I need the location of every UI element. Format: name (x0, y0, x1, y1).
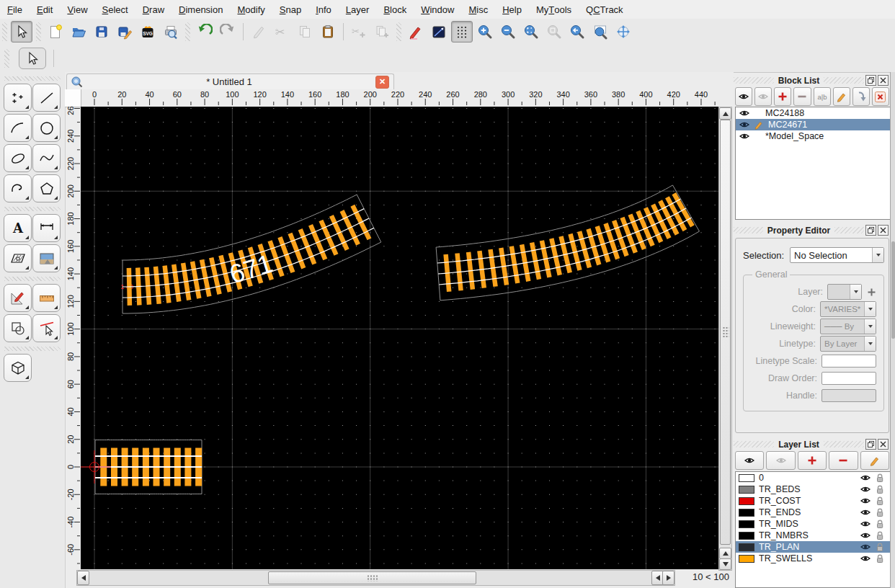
block-row-model-space[interactable]: *Model_Space (736, 130, 890, 142)
menu-modify[interactable]: Modify (230, 0, 272, 19)
document-tab[interactable]: * Untitled 1 ✕ (66, 74, 394, 89)
menu-block[interactable]: Block (376, 0, 414, 19)
menu-qctrack[interactable]: QCTrack (579, 0, 631, 19)
delete-block-button[interactable] (872, 87, 889, 106)
save-button[interactable] (91, 21, 112, 43)
eye-icon[interactable] (860, 543, 870, 551)
lock-icon[interactable] (875, 530, 886, 540)
zoom-out-button[interactable] (497, 21, 519, 43)
selection-dropdown[interactable]: No Selection (790, 247, 884, 263)
toolbar-drag-handle[interactable] (2, 22, 7, 41)
color-dropdown[interactable]: *VARIES* (820, 301, 876, 317)
eye-icon[interactable] (860, 497, 870, 504)
toolbar-drag-handle[interactable] (4, 49, 9, 68)
rename-block-button[interactable]: a|b (814, 87, 831, 106)
ellipse-tools-button[interactable] (4, 144, 32, 172)
layer-color-swatch[interactable] (739, 497, 754, 505)
dock-scroll-strip[interactable] (890, 72, 895, 588)
edit-block-button[interactable] (833, 87, 850, 106)
layer-row-tr-mids[interactable]: TR_MIDS (736, 518, 890, 530)
handle-input[interactable] (821, 389, 876, 402)
drawing-canvas[interactable]: 1 40671 (81, 107, 718, 569)
arc-tools-button[interactable] (4, 114, 32, 142)
open-file-button[interactable] (68, 21, 89, 43)
lock-icon[interactable] (875, 542, 886, 552)
zoom-previous-button[interactable] (566, 21, 588, 43)
ruler-tool-button[interactable] (32, 284, 61, 312)
show-all-blocks-button[interactable] (735, 87, 752, 106)
menu-help[interactable]: Help (495, 0, 529, 19)
horizontal-scroll-thumb[interactable] (268, 571, 476, 584)
vertical-scrollbar[interactable] (718, 107, 732, 571)
menu-select[interactable]: Select (95, 0, 135, 19)
scroll-left-button[interactable] (77, 571, 89, 585)
eye-icon[interactable] (860, 555, 870, 562)
line-tools-button[interactable] (32, 84, 61, 112)
draw-red-pencil-button[interactable] (405, 21, 427, 43)
order-tools-button[interactable] (4, 314, 32, 342)
spline-tools-button[interactable] (32, 144, 61, 172)
eye-icon[interactable] (739, 110, 749, 117)
scroll-up-button[interactable] (719, 107, 731, 120)
lineweight-dropdown[interactable]: ─── By (820, 318, 876, 334)
zoom-current-button[interactable] (543, 21, 565, 43)
lock-icon[interactable] (875, 473, 886, 483)
eye-icon[interactable] (739, 121, 749, 128)
hatch-tool-button[interactable] (4, 244, 32, 272)
delete-tools-button[interactable] (32, 314, 61, 342)
palette-drag-handle[interactable] (4, 207, 61, 211)
menu-info[interactable]: Info (308, 0, 339, 19)
eye-icon[interactable] (739, 133, 749, 140)
insert-block-button[interactable] (852, 87, 870, 106)
layer-list-close-button[interactable] (878, 439, 889, 450)
text-tool-button[interactable]: A (4, 214, 32, 242)
layer-row-tr-cost[interactable]: TR_COST (736, 495, 890, 507)
add-block-button[interactable] (774, 87, 791, 106)
paste-button[interactable] (317, 21, 339, 43)
zoom-pan-button[interactable] (613, 21, 634, 43)
eye-icon[interactable] (860, 509, 870, 516)
scroll-down-button[interactable] (719, 558, 731, 570)
remove-block-button[interactable] (793, 87, 811, 106)
layer-color-swatch[interactable] (739, 555, 754, 563)
scroll-up-button-2[interactable] (719, 548, 731, 559)
toolbar-drag-handle[interactable] (36, 22, 41, 41)
point-tools-button[interactable] (4, 84, 32, 112)
solid-tools-button[interactable] (4, 354, 32, 382)
layer-row-tr-nmbrs[interactable]: TR_NMBRS (736, 530, 890, 541)
zoom-window-button[interactable] (589, 21, 611, 43)
eye-icon[interactable] (860, 486, 870, 493)
menu-file[interactable]: File (0, 0, 30, 19)
lock-icon[interactable] (875, 507, 886, 517)
layer-row-tr-beds[interactable]: TR_BEDS (736, 484, 890, 495)
block-list-close-button[interactable] (878, 75, 889, 86)
grid-toggle-button[interactable] (451, 21, 473, 43)
selection-tool-button[interactable] (11, 21, 32, 43)
polyline-tools-button[interactable] (4, 174, 32, 202)
layer-color-swatch[interactable] (739, 486, 754, 494)
lock-icon[interactable] (875, 496, 886, 506)
new-file-button[interactable] (45, 21, 66, 43)
lock-icon[interactable] (875, 519, 886, 529)
circle-tools-button[interactable] (32, 114, 61, 142)
property-editor-close-button[interactable] (878, 225, 889, 236)
eye-icon[interactable] (860, 474, 870, 481)
block-row-mc24671-selected[interactable]: MC24671 (736, 119, 890, 130)
vertical-scroll-thumb[interactable] (720, 120, 731, 545)
image-tool-button[interactable] (32, 244, 61, 272)
hide-all-blocks-button[interactable] (754, 87, 772, 106)
palette-drag-handle[interactable] (4, 347, 61, 351)
remove-layer-button[interactable] (829, 451, 858, 470)
layer-list-float-button[interactable] (865, 439, 876, 450)
copy-button[interactable] (294, 21, 316, 43)
add-layer-attribute-button[interactable] (866, 287, 876, 297)
layer-color-swatch[interactable] (739, 532, 754, 540)
selection-arrow-button[interactable] (19, 48, 46, 69)
palette-drag-handle[interactable] (4, 76, 61, 81)
layer-color-swatch[interactable] (739, 520, 754, 528)
menu-misc[interactable]: Misc (461, 0, 495, 19)
layer-row-tr-ends[interactable]: TR_ENDS (736, 507, 890, 518)
layer-dropdown[interactable] (827, 284, 862, 300)
layer-color-swatch[interactable] (739, 543, 754, 551)
linetype-dropdown[interactable]: By Layer (820, 336, 876, 352)
